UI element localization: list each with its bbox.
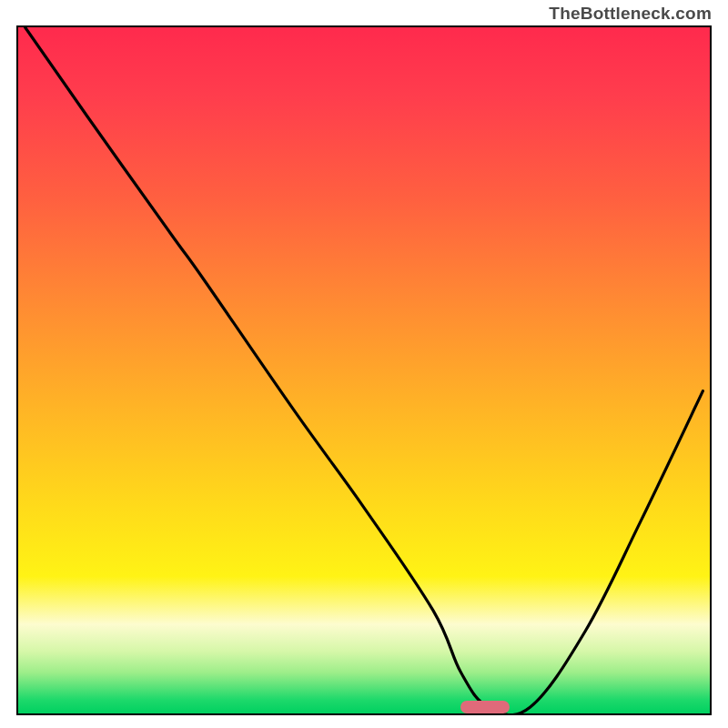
- attribution-text: TheBottleneck.com: [549, 4, 712, 24]
- optimum-marker: [460, 701, 509, 713]
- chart-background-gradient: [18, 27, 710, 713]
- chart-frame: [16, 25, 712, 715]
